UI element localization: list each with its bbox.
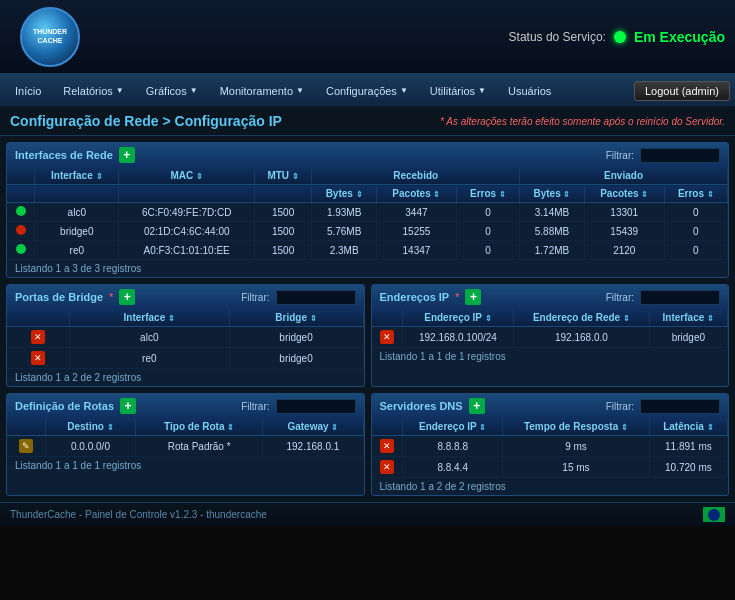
- bridge-panel-title: Portas de Bridge: [15, 291, 103, 303]
- delete-button[interactable]: ✕: [380, 460, 394, 474]
- bridge-interface: re0: [70, 348, 230, 369]
- dns-table: Endereço IP ⇕ Tempo de Resposta ⇕ Latênc…: [372, 418, 729, 478]
- bridge-filter-label: Filtrar:: [241, 292, 269, 303]
- nav-usuarios[interactable]: Usuários: [498, 81, 561, 101]
- col-s2: [7, 185, 35, 203]
- col-dns-ip: Endereço IP ⇕: [403, 418, 503, 436]
- edit-button[interactable]: ✎: [19, 439, 33, 453]
- table-row: ✕ 8.8.8.8 9 ms 11.891 ms: [372, 436, 728, 457]
- dns-filter-input[interactable]: [640, 399, 720, 414]
- dns-panel: Servidores DNS + Filtrar: Endereço IP ⇕ …: [371, 393, 730, 496]
- routes-panel-header: Definição de Rotas + Filtrar:: [7, 394, 364, 418]
- nav-inicio[interactable]: Início: [5, 81, 51, 101]
- bridge-panel-header: Portas de Bridge * + Filtrar:: [7, 285, 364, 309]
- routes-panel-title: Definição de Rotas: [15, 400, 114, 412]
- bridge-required: *: [109, 291, 113, 303]
- nav-graficos[interactable]: Gráficos ▼: [136, 81, 208, 101]
- table-row: ✕ 8.8.4.4 15 ms 10.720 ms: [372, 457, 728, 478]
- routes-table: Destino ⇕ Tipo de Rota ⇕ Gateway ⇕ ✎ 0.0…: [7, 418, 364, 457]
- col-ip-action: [372, 309, 403, 327]
- status-label: Status do Serviço:: [509, 30, 606, 44]
- col-interface: Interface ⇕: [35, 167, 119, 185]
- if-tx-errors: 0: [664, 203, 727, 222]
- bridge-table: Interface ⇕ Bridge ⇕ ✕ alc0 bridge0 ✕ re…: [7, 309, 364, 369]
- logout-button[interactable]: Logout (admin): [634, 81, 730, 101]
- table-row: re0 A0:F3:C1:01:10:EE 1500 2.3MB 14347 0…: [7, 241, 728, 260]
- nav-monitoramento[interactable]: Monitoramento ▼: [210, 81, 314, 101]
- nav-configuracoes[interactable]: Configurações ▼: [316, 81, 418, 101]
- logo-line2: CACHE: [33, 37, 67, 45]
- header: THUNDER CACHE Status do Serviço: Em Exec…: [0, 0, 735, 75]
- col-action: [7, 309, 70, 327]
- interfaces-panel: Interfaces de Rede + Filtrar: Interface …: [6, 142, 729, 278]
- routes-listing: Listando 1 a 1 de 1 registros: [7, 457, 364, 474]
- routes-panel: Definição de Rotas + Filtrar: Destino ⇕ …: [6, 393, 365, 496]
- interfaces-add-button[interactable]: +: [119, 147, 135, 163]
- if-tx-packets: 15439: [584, 222, 664, 241]
- footer: ThunderCache - Painel de Controle v1.2.3…: [0, 502, 735, 526]
- col-m2: [119, 185, 255, 203]
- ip-interface: bridge0: [649, 327, 727, 348]
- nav-utilitarios[interactable]: Utilitários ▼: [420, 81, 496, 101]
- if-tx-bytes: 3.14MB: [520, 203, 585, 222]
- if-rx-errors: 0: [456, 241, 519, 260]
- ip-table: Endereço IP ⇕ Endereço de Rede ⇕ Interfa…: [372, 309, 729, 348]
- dns-response: 15 ms: [503, 457, 650, 478]
- routes-add-button[interactable]: +: [120, 398, 136, 414]
- dns-action[interactable]: ✕: [372, 436, 403, 457]
- delete-button[interactable]: ✕: [31, 330, 45, 344]
- delete-button[interactable]: ✕: [380, 439, 394, 453]
- logo: THUNDER CACHE: [10, 4, 90, 69]
- dns-panel-header: Servidores DNS + Filtrar:: [372, 394, 729, 418]
- routes-filter-input[interactable]: [276, 399, 356, 414]
- route-gateway: 192.168.0.1: [263, 436, 363, 457]
- ip-add-button[interactable]: +: [465, 289, 481, 305]
- bridge-action[interactable]: ✕: [7, 327, 70, 348]
- if-tx-bytes: 1.72MB: [520, 241, 585, 260]
- brazil-flag: [703, 507, 725, 522]
- nav-relatorios[interactable]: Relatórios ▼: [53, 81, 133, 101]
- if-mtu: 1500: [254, 222, 311, 241]
- if-rx-packets: 15255: [377, 222, 457, 241]
- col-rx-bytes: Bytes ⇕: [312, 185, 377, 203]
- col-tx-packets: Pacotes ⇕: [584, 185, 664, 203]
- ip-filter-input[interactable]: [640, 290, 720, 305]
- col-mac: MAC ⇕: [119, 167, 255, 185]
- if-mtu: 1500: [254, 241, 311, 260]
- chevron-down-icon: ▼: [296, 86, 304, 95]
- if-mac: A0:F3:C1:01:10:EE: [119, 241, 255, 260]
- if-mac: 6C:F0:49:FE:7D:CD: [119, 203, 255, 222]
- dns-action[interactable]: ✕: [372, 457, 403, 478]
- ip-action[interactable]: ✕: [372, 327, 403, 348]
- if-tx-packets: 13301: [584, 203, 664, 222]
- bridge-filter-input[interactable]: [276, 290, 356, 305]
- if-rx-bytes: 1.93MB: [312, 203, 377, 222]
- status-dot: [614, 31, 626, 43]
- col-ip-network: Endereço de Rede ⇕: [514, 309, 649, 327]
- col-mtu2: [254, 185, 311, 203]
- bridge-action[interactable]: ✕: [7, 348, 70, 369]
- ip-panel: Endereços IP * + Filtrar: Endereço IP ⇕ …: [371, 284, 730, 387]
- status-indicator: [7, 222, 35, 241]
- table-row: ✕ 192.168.0.100/24 192.168.0.0 bridge0: [372, 327, 728, 348]
- if-rx-errors: 0: [456, 203, 519, 222]
- if-tx-errors: 0: [664, 241, 727, 260]
- if-mtu: 1500: [254, 203, 311, 222]
- route-action[interactable]: ✎: [7, 436, 45, 457]
- if-name: re0: [35, 241, 119, 260]
- interfaces-table: Interface ⇕ MAC ⇕ MTU ⇕ Recebido Enviado…: [7, 167, 728, 260]
- col-routes-type: Tipo de Rota ⇕: [136, 418, 263, 436]
- interfaces-filter-input[interactable]: [640, 148, 720, 163]
- delete-button[interactable]: ✕: [31, 351, 45, 365]
- bridge-bridge: bridge0: [229, 327, 363, 348]
- dns-add-button[interactable]: +: [469, 398, 485, 414]
- bridge-listing: Listando 1 a 2 de 2 registros: [7, 369, 364, 386]
- if-tx-errors: 0: [664, 222, 727, 241]
- bridge-add-button[interactable]: +: [119, 289, 135, 305]
- delete-button[interactable]: ✕: [380, 330, 394, 344]
- if-name: alc0: [35, 203, 119, 222]
- if-tx-packets: 2120: [584, 241, 664, 260]
- ip-address: 192.168.0.100/24: [402, 327, 513, 348]
- if-name: bridge0: [35, 222, 119, 241]
- col-bridge-bridge: Bridge ⇕: [229, 309, 363, 327]
